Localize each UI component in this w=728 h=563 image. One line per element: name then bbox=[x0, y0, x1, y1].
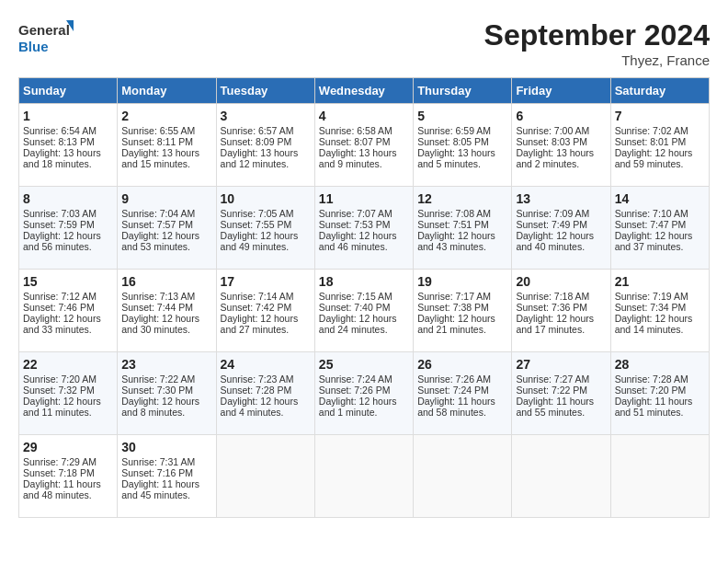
day-number: 20 bbox=[516, 274, 606, 289]
sunset-label: Sunset: 7:42 PM bbox=[221, 302, 292, 313]
day-number: 16 bbox=[121, 274, 211, 289]
calendar-week-4: 22 Sunrise: 7:20 AM Sunset: 7:32 PM Dayl… bbox=[19, 352, 710, 435]
table-row: 18 Sunrise: 7:15 AM Sunset: 7:40 PM Dayl… bbox=[314, 270, 413, 352]
table-row bbox=[512, 435, 610, 518]
table-row: 11 Sunrise: 7:07 AM Sunset: 7:53 PM Dayl… bbox=[314, 187, 413, 270]
daylight-label: Daylight: 12 hours and 1 minute. bbox=[319, 396, 397, 418]
daylight-label: Daylight: 13 hours and 5 minutes. bbox=[417, 147, 495, 169]
sunset-label: Sunset: 7:32 PM bbox=[23, 385, 95, 396]
table-row: 2 Sunrise: 6:55 AM Sunset: 8:11 PM Dayli… bbox=[118, 104, 216, 187]
sunrise-label: Sunrise: 7:31 AM bbox=[121, 456, 195, 467]
daylight-label: Daylight: 12 hours and 43 minutes. bbox=[417, 230, 495, 252]
sunset-label: Sunset: 7:28 PM bbox=[221, 385, 292, 396]
title-area: September 2024 Thyez, France bbox=[484, 18, 710, 68]
sunrise-label: Sunrise: 7:00 AM bbox=[516, 125, 589, 136]
sunset-label: Sunset: 7:18 PM bbox=[23, 467, 95, 478]
sunset-label: Sunset: 8:13 PM bbox=[23, 136, 95, 147]
sunset-label: Sunset: 7:44 PM bbox=[121, 302, 193, 313]
daylight-label: Daylight: 12 hours and 27 minutes. bbox=[221, 313, 299, 335]
daylight-label: Daylight: 12 hours and 56 minutes. bbox=[23, 230, 101, 252]
sunrise-label: Sunrise: 7:27 AM bbox=[516, 373, 589, 385]
table-row: 14 Sunrise: 7:10 AM Sunset: 7:47 PM Dayl… bbox=[610, 187, 709, 270]
sunset-label: Sunset: 8:07 PM bbox=[319, 136, 391, 147]
day-number: 10 bbox=[221, 191, 311, 206]
day-number: 8 bbox=[23, 191, 113, 206]
sunrise-label: Sunrise: 7:19 AM bbox=[615, 291, 688, 302]
sunset-label: Sunset: 8:05 PM bbox=[417, 136, 489, 147]
sunrise-label: Sunrise: 7:08 AM bbox=[417, 208, 491, 219]
sunrise-label: Sunrise: 6:57 AM bbox=[221, 125, 294, 136]
sunset-label: Sunset: 8:03 PM bbox=[516, 136, 587, 147]
daylight-label: Daylight: 12 hours and 17 minutes. bbox=[516, 313, 594, 335]
table-row: 19 Sunrise: 7:17 AM Sunset: 7:38 PM Dayl… bbox=[414, 270, 512, 352]
daylight-label: Daylight: 13 hours and 18 minutes. bbox=[23, 147, 101, 169]
day-number: 23 bbox=[121, 357, 211, 372]
day-number: 26 bbox=[417, 357, 507, 372]
table-row: 4 Sunrise: 6:58 AM Sunset: 8:07 PM Dayli… bbox=[314, 104, 413, 187]
day-number: 14 bbox=[615, 191, 705, 206]
table-row: 23 Sunrise: 7:22 AM Sunset: 7:30 PM Dayl… bbox=[118, 352, 216, 435]
logo-svg: General Blue bbox=[18, 18, 74, 57]
day-number: 24 bbox=[221, 357, 311, 372]
table-row: 8 Sunrise: 7:03 AM Sunset: 7:59 PM Dayli… bbox=[19, 187, 118, 270]
page-header: General Blue September 2024 Thyez, Franc… bbox=[18, 18, 710, 68]
day-number: 22 bbox=[23, 357, 113, 372]
day-number: 18 bbox=[319, 274, 409, 289]
sunrise-label: Sunrise: 7:13 AM bbox=[121, 291, 195, 302]
daylight-label: Daylight: 12 hours and 21 minutes. bbox=[417, 313, 495, 335]
daylight-label: Daylight: 12 hours and 24 minutes. bbox=[319, 313, 397, 335]
table-row: 28 Sunrise: 7:28 AM Sunset: 7:20 PM Dayl… bbox=[610, 352, 709, 435]
col-sunday: Sunday bbox=[19, 78, 118, 104]
daylight-label: Daylight: 12 hours and 4 minutes. bbox=[221, 396, 299, 418]
sunrise-label: Sunrise: 7:20 AM bbox=[23, 373, 97, 385]
table-row: 20 Sunrise: 7:18 AM Sunset: 7:36 PM Dayl… bbox=[512, 270, 610, 352]
sunset-label: Sunset: 7:57 PM bbox=[121, 219, 193, 230]
logo: General Blue bbox=[18, 18, 74, 57]
sunset-label: Sunset: 7:55 PM bbox=[221, 219, 292, 230]
daylight-label: Daylight: 12 hours and 33 minutes. bbox=[23, 313, 101, 335]
sunrise-label: Sunrise: 7:17 AM bbox=[417, 291, 491, 302]
sunrise-label: Sunrise: 7:28 AM bbox=[615, 373, 688, 385]
location-title: Thyez, France bbox=[484, 52, 710, 68]
sunset-label: Sunset: 8:09 PM bbox=[221, 136, 292, 147]
table-row bbox=[314, 435, 413, 518]
daylight-label: Daylight: 12 hours and 49 minutes. bbox=[221, 230, 299, 252]
sunrise-label: Sunrise: 7:23 AM bbox=[221, 373, 294, 385]
sunset-label: Sunset: 7:26 PM bbox=[319, 385, 391, 396]
daylight-label: Daylight: 11 hours and 51 minutes. bbox=[615, 396, 693, 418]
calendar-week-2: 8 Sunrise: 7:03 AM Sunset: 7:59 PM Dayli… bbox=[19, 187, 710, 270]
col-friday: Friday bbox=[512, 78, 610, 104]
table-row: 13 Sunrise: 7:09 AM Sunset: 7:49 PM Dayl… bbox=[512, 187, 610, 270]
daylight-label: Daylight: 11 hours and 45 minutes. bbox=[121, 478, 199, 500]
daylight-label: Daylight: 12 hours and 11 minutes. bbox=[23, 396, 101, 418]
sunset-label: Sunset: 7:38 PM bbox=[417, 302, 489, 313]
sunrise-label: Sunrise: 7:14 AM bbox=[221, 291, 294, 302]
sunset-label: Sunset: 7:16 PM bbox=[121, 467, 193, 478]
sunrise-label: Sunrise: 7:02 AM bbox=[615, 125, 688, 136]
table-row: 17 Sunrise: 7:14 AM Sunset: 7:42 PM Dayl… bbox=[216, 270, 314, 352]
day-number: 7 bbox=[615, 109, 705, 123]
daylight-label: Daylight: 12 hours and 8 minutes. bbox=[121, 396, 199, 418]
day-number: 6 bbox=[516, 109, 606, 123]
table-row: 1 Sunrise: 6:54 AM Sunset: 8:13 PM Dayli… bbox=[19, 104, 118, 187]
daylight-label: Daylight: 12 hours and 59 minutes. bbox=[615, 147, 693, 169]
sunrise-label: Sunrise: 7:03 AM bbox=[23, 208, 97, 219]
sunrise-label: Sunrise: 6:54 AM bbox=[23, 125, 97, 136]
daylight-label: Daylight: 12 hours and 53 minutes. bbox=[121, 230, 199, 252]
table-row: 16 Sunrise: 7:13 AM Sunset: 7:44 PM Dayl… bbox=[118, 270, 216, 352]
sunset-label: Sunset: 8:11 PM bbox=[121, 136, 193, 147]
daylight-label: Daylight: 12 hours and 30 minutes. bbox=[121, 313, 199, 335]
daylight-label: Daylight: 13 hours and 2 minutes. bbox=[516, 147, 594, 169]
day-number: 25 bbox=[319, 357, 409, 372]
col-tuesday: Tuesday bbox=[216, 78, 314, 104]
sunset-label: Sunset: 8:01 PM bbox=[615, 136, 687, 147]
sunset-label: Sunset: 7:36 PM bbox=[516, 302, 587, 313]
table-row: 25 Sunrise: 7:24 AM Sunset: 7:26 PM Dayl… bbox=[314, 352, 413, 435]
sunset-label: Sunset: 7:30 PM bbox=[121, 385, 193, 396]
day-number: 30 bbox=[121, 440, 211, 454]
sunset-label: Sunset: 7:24 PM bbox=[417, 385, 489, 396]
day-number: 13 bbox=[516, 191, 606, 206]
calendar-week-1: 1 Sunrise: 6:54 AM Sunset: 8:13 PM Dayli… bbox=[19, 104, 710, 187]
sunrise-label: Sunrise: 7:05 AM bbox=[221, 208, 294, 219]
sunrise-label: Sunrise: 7:29 AM bbox=[23, 456, 97, 467]
